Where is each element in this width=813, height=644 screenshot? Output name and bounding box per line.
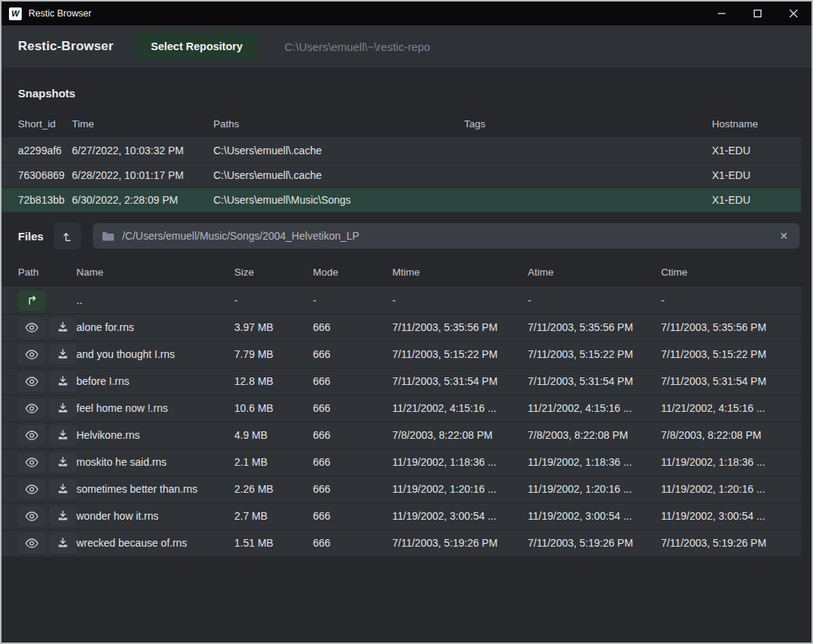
titlebar-left: W Restic Browser <box>1 7 91 20</box>
minimize-icon <box>717 9 726 18</box>
snapshot-short-id: 76306869 <box>1 162 72 187</box>
view-file-button[interactable] <box>18 318 45 338</box>
parent-dir-button[interactable] <box>18 291 46 311</box>
download-file-button[interactable] <box>49 479 76 499</box>
download-file-button[interactable] <box>49 318 76 338</box>
snapshot-paths: C:\Users\emuell\Music\Songs <box>213 187 464 212</box>
file-mode: 666 <box>313 314 392 341</box>
file-name: alone for.rns <box>76 314 234 341</box>
download-icon <box>57 375 69 387</box>
file-mtime: 7/11/2003, 5:35:56 PM <box>392 314 528 341</box>
file-ctime: 11/19/2002, 1:20:16 ... <box>661 476 801 502</box>
snapshot-short-id: 72b813bb <box>1 187 72 212</box>
eye-icon <box>25 322 39 333</box>
file-row[interactable]: wonder how it.rns2.7 MB66611/19/2002, 3:… <box>1 502 801 529</box>
file-mtime: 7/11/2003, 5:19:26 PM <box>392 529 528 556</box>
file-actions-cell <box>1 287 76 314</box>
file-name: .. <box>76 287 234 314</box>
eye-icon <box>25 349 39 360</box>
file-ctime: - <box>661 287 801 314</box>
view-file-button[interactable] <box>18 425 45 446</box>
file-row[interactable]: Helvikone.rns4.9 MB6667/8/2003, 8:22:08 … <box>1 422 801 449</box>
col-path: Path <box>1 258 76 287</box>
view-file-button[interactable] <box>18 506 45 526</box>
file-atime: 7/8/2003, 8:22:08 PM <box>528 422 661 449</box>
snapshot-row[interactable]: a2299af66/27/2022, 10:03:32 PMC:\Users\e… <box>1 138 801 162</box>
snapshots-section-title: Snapshots <box>1 67 812 111</box>
file-actions-cell <box>1 449 76 476</box>
download-file-button[interactable] <box>49 371 76 392</box>
col-paths: Paths <box>213 111 464 138</box>
view-file-button[interactable] <box>18 398 45 419</box>
files-section-title: Files <box>18 230 43 243</box>
app-title: Restic-Browser <box>18 39 114 54</box>
file-mode: 666 <box>313 422 392 449</box>
snapshot-hostname: X1-EDU <box>712 187 801 212</box>
file-mode: 666 <box>313 476 392 502</box>
file-atime: 7/11/2003, 5:35:56 PM <box>528 314 661 341</box>
download-icon <box>57 456 69 468</box>
file-row[interactable]: moskito he said.rns2.1 MB66611/19/2002, … <box>1 449 801 476</box>
snapshot-time: 6/27/2022, 10:03:32 PM <box>72 138 213 162</box>
arrow-up-from-line-icon <box>61 229 74 243</box>
view-file-button[interactable] <box>18 344 45 365</box>
go-to-root-button[interactable] <box>54 222 81 249</box>
download-file-button[interactable] <box>49 506 76 526</box>
download-file-button[interactable] <box>49 533 76 553</box>
col-ctime: Ctime <box>661 258 801 287</box>
maximize-button[interactable] <box>740 1 776 25</box>
file-mode: 666 <box>313 502 392 529</box>
snapshot-row[interactable]: 763068696/28/2022, 10:01:17 PMC:\Users\e… <box>1 162 801 187</box>
file-row[interactable]: alone for.rns3.97 MB6667/11/2003, 5:35:5… <box>1 314 801 341</box>
file-row[interactable]: feel home now !.rns10.6 MB66611/21/2002,… <box>1 395 801 422</box>
file-size: 2.1 MB <box>234 449 313 476</box>
file-mtime: - <box>392 287 528 314</box>
file-row[interactable]: and you thought I.rns7.79 MB6667/11/2003… <box>1 341 801 368</box>
download-file-button[interactable] <box>49 452 76 473</box>
maximize-icon <box>753 9 762 18</box>
file-name: feel home now !.rns <box>76 395 234 422</box>
file-path-text: /C/Users/emuell/Music/Songs/2004_Helveti… <box>122 230 770 242</box>
select-repository-button[interactable]: Select Repository <box>136 33 258 60</box>
parent-dir-arrow-icon <box>25 294 39 306</box>
download-file-button[interactable] <box>49 425 76 446</box>
download-icon <box>57 429 69 441</box>
snapshot-time: 6/28/2022, 10:01:17 PM <box>72 162 213 187</box>
file-ctime: 7/8/2003, 8:22:08 PM <box>661 422 801 449</box>
minimize-button[interactable] <box>704 1 740 25</box>
snapshot-row[interactable]: 72b813bb6/30/2022, 2:28:09 PMC:\Users\em… <box>1 187 801 212</box>
file-atime: 7/11/2003, 5:31:54 PM <box>528 368 661 395</box>
folder-icon <box>102 231 115 242</box>
download-file-button[interactable] <box>49 344 76 365</box>
file-actions-cell <box>1 395 76 422</box>
col-size: Size <box>234 258 313 287</box>
view-file-button[interactable] <box>18 452 45 473</box>
file-size: 1.51 MB <box>234 529 313 556</box>
snapshot-tags <box>464 138 712 162</box>
file-mtime: 11/21/2002, 4:15:16 ... <box>392 395 528 422</box>
view-file-button[interactable] <box>18 479 45 499</box>
close-button[interactable] <box>776 1 812 25</box>
view-file-button[interactable] <box>18 533 45 553</box>
download-file-button[interactable] <box>49 398 76 419</box>
file-row[interactable]: wrecked because of.rns1.51 MB6667/11/200… <box>1 529 801 556</box>
snapshot-tags <box>464 187 712 212</box>
file-mtime: 7/11/2003, 5:31:54 PM <box>392 368 528 395</box>
col-time: Time <box>72 111 213 138</box>
file-row[interactable]: sometimes better than.rns2.26 MB66611/19… <box>1 476 801 502</box>
snapshot-short-id: a2299af6 <box>1 138 72 162</box>
file-mode: - <box>313 287 392 314</box>
col-name: Name <box>76 258 234 287</box>
file-name: before I.rns <box>76 368 234 395</box>
clear-path-button[interactable]: ✕ <box>777 230 791 242</box>
file-atime: 11/21/2002, 4:15:16 ... <box>528 395 661 422</box>
parent-dir-row[interactable]: ..----- <box>1 287 801 314</box>
file-size: 2.7 MB <box>234 502 313 529</box>
col-mtime: Mtime <box>392 258 528 287</box>
snapshots-table-body: a2299af66/27/2022, 10:03:32 PMC:\Users\e… <box>1 138 801 212</box>
file-row[interactable]: before I.rns12.8 MB6667/11/2003, 5:31:54… <box>1 368 801 395</box>
file-mode: 666 <box>313 368 392 395</box>
file-mode: 666 <box>313 395 392 422</box>
file-path-bar[interactable]: /C/Users/emuell/Music/Songs/2004_Helveti… <box>93 223 800 249</box>
view-file-button[interactable] <box>18 371 45 392</box>
